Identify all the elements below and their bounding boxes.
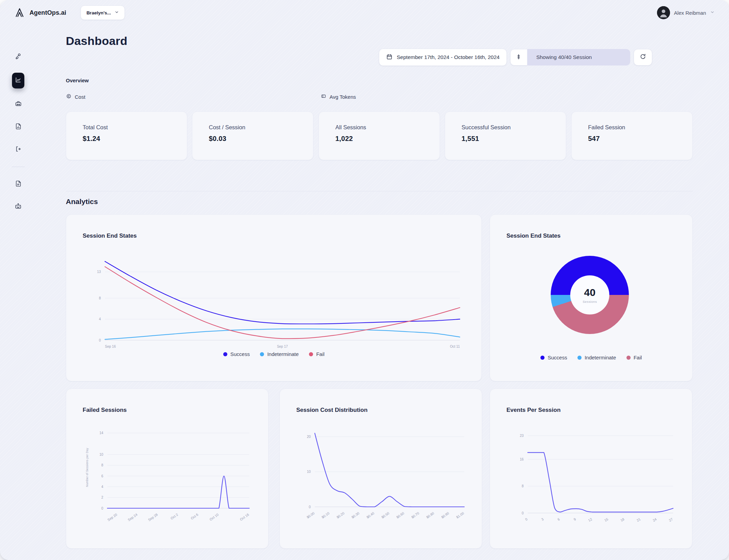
stat-card-cost-per-session: Cost / Session $0.03 — [192, 111, 313, 160]
code-bracket-icon — [15, 145, 22, 154]
stat-label: All Sessions — [335, 124, 440, 131]
donut-sublabel: Sessions — [583, 300, 597, 303]
key-icon — [15, 53, 22, 61]
session-filter-group: Showing 40/40 Session — [510, 49, 630, 65]
sliders-icon — [515, 53, 522, 61]
session-end-states-line-card: Session End States 04813Sep 16Sep 17Oct … — [66, 214, 482, 381]
svg-text:18: 18 — [620, 517, 625, 522]
svg-text:12: 12 — [587, 517, 593, 522]
coin-icon — [66, 93, 72, 100]
sidebar-item-dashboard[interactable] — [12, 73, 24, 88]
avatar — [657, 6, 670, 19]
svg-text:Sep 17: Sep 17 — [277, 345, 288, 348]
svg-text:$0.20: $0.20 — [336, 511, 345, 519]
page-title: Dashboard — [66, 34, 127, 48]
stat-label: Total Cost — [83, 124, 187, 131]
legend-dot — [260, 352, 264, 356]
legend-item-success: Success — [540, 355, 567, 360]
chart-title: Session End States — [83, 233, 137, 239]
analytics-heading: Analytics — [66, 198, 98, 206]
stat-card-total-cost: Total Cost $1.24 — [66, 111, 187, 160]
top-bar: AgentOps.ai Braelyn's... Alex Reibman — [0, 0, 729, 25]
stat-value: 1,551 — [462, 135, 566, 143]
stat-label: Failed Session — [588, 124, 692, 131]
svg-text:27: 27 — [668, 517, 674, 522]
showing-sessions-pill[interactable]: Showing 40/40 Session — [527, 49, 630, 65]
tab-cost-label: Cost — [75, 94, 85, 100]
svg-text:Oct 16: Oct 16 — [239, 512, 250, 521]
svg-text:Sep 16: Sep 16 — [105, 345, 116, 348]
session-end-states-donut-chart: 40 Sessions — [551, 256, 629, 334]
svg-text:8: 8 — [99, 296, 101, 300]
svg-text:0: 0 — [525, 517, 528, 522]
svg-text:$0.90: $0.90 — [441, 511, 450, 519]
svg-text:0: 0 — [99, 338, 101, 342]
donut-center: 40 Sessions — [570, 275, 609, 314]
svg-text:$0.30: $0.30 — [351, 511, 360, 519]
svg-text:24: 24 — [652, 517, 658, 522]
svg-text:$0.70: $0.70 — [411, 511, 420, 519]
date-range-text: September 17th, 2024 - October 16th, 202… — [397, 54, 500, 60]
session-end-states-donut-card: Session End States 40 Sessions Success I… — [490, 214, 693, 381]
svg-text:Oct 2: Oct 2 — [170, 512, 179, 520]
brand-name: AgentOps.ai — [29, 9, 66, 16]
svg-text:0: 0 — [522, 511, 524, 515]
chart-legend: Success Indeterminate Fail — [490, 355, 692, 360]
refresh-button[interactable] — [634, 49, 652, 65]
tab-avg-tokens[interactable]: Avg Tokens — [321, 93, 356, 100]
svg-text:9: 9 — [573, 517, 577, 522]
svg-text:15: 15 — [603, 517, 609, 522]
svg-text:Oct 6: Oct 6 — [190, 512, 199, 520]
legend-dot — [577, 356, 582, 360]
sidebar-item-traces[interactable] — [11, 143, 25, 156]
svg-text:Number of Sessions per Day: Number of Sessions per Day — [85, 448, 89, 487]
legend-item-success: Success — [223, 351, 250, 357]
chart-title: Events Per Session — [506, 407, 561, 414]
sidebar-item-sessions[interactable] — [11, 97, 25, 111]
svg-text:0: 0 — [309, 505, 311, 509]
stat-label: Cost / Session — [209, 124, 313, 131]
sidebar-item-reports[interactable] — [11, 120, 25, 134]
svg-text:4: 4 — [101, 485, 103, 489]
tab-cost[interactable]: Cost — [66, 93, 85, 100]
svg-text:2: 2 — [101, 496, 103, 499]
sidebar-item-keys[interactable] — [11, 50, 25, 64]
svg-text:3: 3 — [541, 517, 545, 522]
refresh-icon — [640, 53, 646, 61]
svg-text:10: 10 — [99, 453, 104, 456]
svg-text:20: 20 — [307, 435, 311, 439]
document-icon — [15, 180, 22, 189]
sidebar-item-playground[interactable] — [11, 200, 25, 214]
legend-item-fail: Fail — [309, 351, 324, 357]
bot-case-icon — [15, 100, 22, 109]
svg-text:$0.80: $0.80 — [426, 511, 435, 519]
legend-dot — [223, 352, 227, 356]
user-menu[interactable]: Alex Reibman — [657, 6, 715, 19]
stat-card-all-sessions: All Sessions 1,022 — [319, 111, 440, 160]
section-divider — [66, 191, 693, 191]
stat-value: 1,022 — [335, 135, 440, 143]
sidebar-item-docs[interactable] — [11, 177, 25, 191]
svg-text:Sep 24: Sep 24 — [127, 512, 139, 522]
token-icon — [321, 93, 326, 100]
robot-icon — [14, 202, 22, 211]
svg-text:6: 6 — [557, 517, 561, 522]
file-chart-icon — [15, 123, 22, 131]
filter-button[interactable] — [510, 49, 527, 65]
svg-text:14: 14 — [99, 431, 104, 435]
svg-text:Sep 28: Sep 28 — [147, 512, 159, 522]
chart-line-icon — [15, 76, 22, 85]
svg-text:$0.60: $0.60 — [396, 511, 405, 519]
agentops-logo-icon — [14, 7, 25, 19]
legend-item-indeterminate: Indeterminate — [577, 355, 616, 360]
user-name: Alex Reibman — [674, 10, 706, 16]
svg-text:Oct 10: Oct 10 — [209, 512, 219, 521]
date-range-picker[interactable]: September 17th, 2024 - October 16th, 202… — [379, 49, 507, 66]
failed-sessions-card: Failed Sessions 024681014Number of Sessi… — [66, 389, 268, 549]
session-cost-distribution-chart: 01020$0.00$0.10$0.20$0.30$0.40$0.50$0.60… — [283, 418, 479, 538]
chart-title: Failed Sessions — [83, 407, 127, 414]
chevron-down-icon — [710, 10, 715, 16]
sidebar-divider — [12, 167, 25, 167]
workspace-dropdown[interactable]: Braelyn's... — [81, 5, 125, 20]
donut-value: 40 — [584, 287, 595, 298]
